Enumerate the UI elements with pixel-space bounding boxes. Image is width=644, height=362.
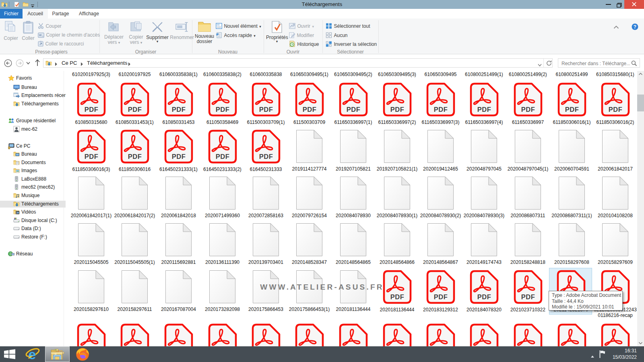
svg-text:e: e [29, 347, 36, 362]
svg-text:?: ? [634, 24, 636, 30]
